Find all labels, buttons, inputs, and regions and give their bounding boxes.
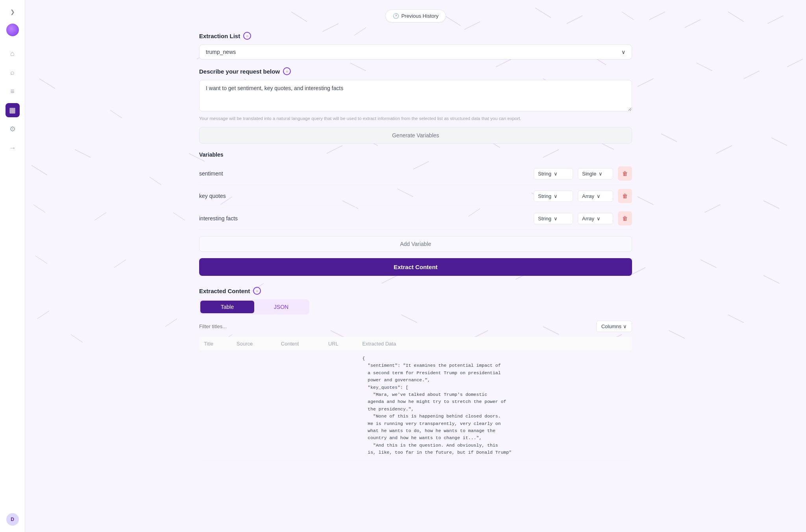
chevron-down-icon: ∨ xyxy=(554,193,558,199)
columns-button[interactable]: Columns ∨ xyxy=(596,321,632,332)
avatar[interactable]: D xyxy=(6,513,19,526)
extraction-list-dropdown[interactable]: trump_news ∨ xyxy=(199,44,632,59)
extraction-list-title: Extraction List xyxy=(199,33,240,39)
chevron-down-icon: ∨ xyxy=(554,216,558,222)
previous-history-button[interactable]: 🕐 Previous History xyxy=(385,9,446,22)
sidebar-item-list[interactable]: ≡ xyxy=(6,84,20,98)
mode-label: Array xyxy=(582,216,594,222)
table-row: { "sentiment": "It examines the potentia… xyxy=(199,351,632,460)
variables-section: Variables sentiment String ∨ Single ∨ 🗑 … xyxy=(199,151,632,230)
delete-variable-button[interactable]: 🗑 xyxy=(618,211,632,225)
mode-label: Array xyxy=(582,193,594,199)
extracted-data-cell: { "sentiment": "It examines the potentia… xyxy=(357,351,632,460)
chevron-down-icon: ∨ xyxy=(597,216,601,222)
chevron-down-icon: ∨ xyxy=(599,171,603,177)
delete-variable-button[interactable]: 🗑 xyxy=(618,189,632,203)
extraction-list-value: trump_news xyxy=(206,49,236,55)
describe-title: Describe your request below xyxy=(199,68,280,75)
sidebar-item-search[interactable]: ⌕ xyxy=(6,65,20,79)
app-logo xyxy=(6,24,19,36)
filter-row: Columns ∨ xyxy=(199,321,632,332)
extract-content-button[interactable]: Extract Content xyxy=(199,258,632,276)
sidebar: ❯ ⌂ ⌕ ≡ ▦ ⚙ → D xyxy=(0,0,25,532)
chevron-down-icon: ∨ xyxy=(597,193,601,199)
extracted-content-title: Extracted Content xyxy=(199,288,250,294)
chevron-left-icon: ❯ xyxy=(10,9,15,15)
type-label: String xyxy=(538,171,551,177)
variable-type-select[interactable]: String ∨ xyxy=(534,168,573,179)
columns-label: Columns xyxy=(601,323,621,329)
url-cell xyxy=(324,351,357,460)
trash-icon: 🗑 xyxy=(622,170,628,177)
trash-icon: 🗑 xyxy=(622,215,628,222)
table-header: Content xyxy=(276,337,324,351)
variable-row: key quotes String ∨ Array ∨ 🗑 xyxy=(199,185,632,207)
variable-mode-select[interactable]: Array ∨ xyxy=(578,213,613,224)
mode-label: Single xyxy=(582,171,596,177)
home-icon: ⌂ xyxy=(10,50,15,58)
list-icon: ≡ xyxy=(10,87,15,96)
variable-type-select[interactable]: String ∨ xyxy=(534,190,573,202)
extracted-content-header: Extracted Content ○ xyxy=(199,287,632,295)
generate-variables-button[interactable]: Generate Variables xyxy=(199,127,632,144)
sidebar-item-settings[interactable]: ⚙ xyxy=(6,122,20,136)
chevron-down-icon: ∨ xyxy=(623,323,627,329)
variable-mode-select[interactable]: Array ∨ xyxy=(578,190,613,202)
add-variable-button[interactable]: Add Variable xyxy=(199,236,632,252)
clock-icon: 🕐 xyxy=(393,13,399,19)
grid-icon: ▦ xyxy=(9,106,16,115)
describe-header: Describe your request below ○ xyxy=(199,67,632,75)
table-header: URL xyxy=(324,337,357,351)
trash-icon: 🗑 xyxy=(622,193,628,199)
extraction-list-icon: ○ xyxy=(243,32,251,40)
view-tabs: Table JSON xyxy=(199,299,309,314)
variable-mode-select[interactable]: Single ∨ xyxy=(578,168,613,179)
table-header: Extracted Data xyxy=(357,337,632,351)
top-bar: 🕐 Previous History xyxy=(199,9,632,22)
describe-hint: Your message will be translated into a n… xyxy=(199,116,632,121)
variable-name: key quotes xyxy=(199,193,529,199)
search-icon: ⌕ xyxy=(10,68,15,77)
type-label: String xyxy=(538,216,551,222)
variables-title: Variables xyxy=(199,151,632,158)
variable-name: interesting facts xyxy=(199,215,529,222)
extracted-section: Extracted Content ○ Table JSON Columns ∨… xyxy=(199,287,632,460)
tab-table[interactable]: Table xyxy=(200,301,254,313)
sidebar-item-export[interactable]: → xyxy=(6,141,20,155)
variable-row: interesting facts String ∨ Array ∨ 🗑 xyxy=(199,207,632,230)
type-label: String xyxy=(538,193,551,199)
describe-section: Describe your request below ○ I want to … xyxy=(199,67,632,121)
extracted-content-icon: ○ xyxy=(253,287,261,295)
sidebar-item-grid[interactable]: ▦ xyxy=(6,103,20,117)
table-header: Title xyxy=(199,337,232,351)
variable-name: sentiment xyxy=(199,170,529,177)
extraction-list-header: Extraction List ○ xyxy=(199,32,632,40)
tab-json[interactable]: JSON xyxy=(254,301,308,313)
describe-textarea[interactable]: I want to get sentiment, key quotes, and… xyxy=(199,80,632,111)
describe-icon: ○ xyxy=(283,67,291,75)
data-table: TitleSourceContentURLExtracted Data { "s… xyxy=(199,337,632,460)
variable-row: sentiment String ∨ Single ∨ 🗑 xyxy=(199,163,632,185)
table-header: Source xyxy=(232,337,276,351)
variable-type-select[interactable]: String ∨ xyxy=(534,213,573,224)
delete-variable-button[interactable]: 🗑 xyxy=(618,166,632,181)
export-icon: → xyxy=(9,144,16,152)
chevron-down-icon: ∨ xyxy=(554,171,558,177)
source-cell xyxy=(232,351,276,460)
content-cell xyxy=(276,351,324,460)
main-content: 🕐 Previous History Extraction List ○ tru… xyxy=(25,0,806,532)
sidebar-item-home[interactable]: ⌂ xyxy=(6,46,20,61)
chevron-down-icon: ∨ xyxy=(621,49,625,55)
gear-icon: ⚙ xyxy=(9,125,16,133)
filter-input[interactable] xyxy=(199,323,265,329)
sidebar-collapse-button[interactable]: ❯ xyxy=(7,6,18,17)
title-cell xyxy=(199,351,232,460)
